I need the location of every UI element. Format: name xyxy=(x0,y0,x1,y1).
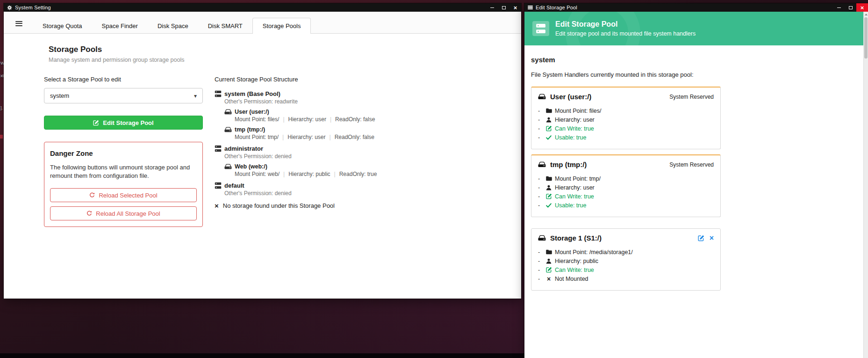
storage-detail: Mount Point: tmp/ xyxy=(235,134,279,140)
handler-row: Mount Point: files/ xyxy=(538,106,714,115)
unmount-handler-button[interactable]: × xyxy=(710,234,714,242)
handler-card-storage1: Storage 1 (S1:/) × Mount Point: /media/s… xyxy=(531,228,721,291)
check-icon xyxy=(545,203,553,208)
structure-title: Current Storage Pool Structure xyxy=(215,76,377,83)
handler-row-text: Can Write: true xyxy=(555,193,594,200)
gear-icon xyxy=(7,5,12,10)
reload-all-pool-label: Reload All Storage Pool xyxy=(96,210,160,217)
user-icon xyxy=(545,258,553,264)
danger-zone-description: The following buttons will unmount stora… xyxy=(50,163,197,180)
edit-icon xyxy=(545,193,553,199)
selected-pool-value: system xyxy=(50,92,69,99)
storage-name: User (user:/) xyxy=(235,109,269,115)
handler-card-tmp: tmp (tmp:/) System Reserved Mount Point:… xyxy=(531,154,721,217)
pool-permission: Other's Permission: denied xyxy=(224,153,377,160)
system-setting-window: System Setting × Storage Quota Space Fin… xyxy=(4,3,521,299)
danger-zone-card: Danger Zone The following buttons will u… xyxy=(44,142,203,227)
edit-handler-button[interactable] xyxy=(698,235,704,241)
tab-storage-pools[interactable]: Storage Pools xyxy=(252,18,311,34)
handler-row: Can Write: true xyxy=(538,124,714,133)
hdd-icon xyxy=(224,164,232,169)
storage-detail: Hierarchy: user xyxy=(279,116,326,123)
pool-permission: Other's Permission: readwrite xyxy=(224,98,377,105)
handler-row: Can Write: true xyxy=(538,265,714,274)
folder-icon xyxy=(545,108,553,113)
desktop-icon-text-fragment: xt xyxy=(0,73,4,78)
scrollbar[interactable] xyxy=(863,12,868,358)
handler-name: Storage 1 (S1:/) xyxy=(550,234,602,242)
reload-selected-pool-button[interactable]: Reload Selected Pool xyxy=(50,188,197,202)
minimize-button[interactable] xyxy=(486,3,498,12)
pool-name: administrator xyxy=(224,145,263,152)
handler-name: User (user:/) xyxy=(550,93,591,101)
handler-row-text: Usable: true xyxy=(555,202,586,209)
tab-storage-quota[interactable]: Storage Quota xyxy=(33,18,92,34)
edit-storage-pool-button[interactable]: Edit Storage Pool xyxy=(44,116,203,130)
close-icon: × xyxy=(514,5,517,11)
handler-row: Hierarchy: public xyxy=(538,256,714,265)
storage-pool-tree: system (Base Pool) Other's Permission: r… xyxy=(215,90,377,209)
titlebar: System Setting × xyxy=(4,3,521,12)
storage-node: tmp (tmp:/) Mount Point: tmp/Hierarchy: … xyxy=(224,126,377,140)
user-icon xyxy=(545,185,553,190)
pool-name: default xyxy=(224,182,244,189)
times-icon: × xyxy=(545,275,553,283)
storage-detail: Mount Point: files/ xyxy=(235,116,279,123)
storage-detail: ReadOnly: false xyxy=(326,116,375,123)
handler-row: Mount Point: /media/storage1/ xyxy=(538,248,714,256)
banner-subtitle: Edit storage pool and its mounted file s… xyxy=(555,30,696,37)
handler-row-text: Can Write: true xyxy=(555,267,594,273)
handler-row-text: Hierarchy: user xyxy=(555,184,595,191)
maximize-button[interactable] xyxy=(498,3,509,12)
hdd-icon xyxy=(538,94,546,100)
empty-pool-message: × No storage found under this Storage Po… xyxy=(215,202,377,209)
edit-storage-pool-label: Edit Storage Pool xyxy=(103,119,153,126)
server-icon xyxy=(215,90,222,97)
edit-icon xyxy=(545,125,553,132)
edit-body: system File System Handlers currently mo… xyxy=(524,45,868,291)
maximize-button[interactable] xyxy=(845,3,856,12)
scroll-up-arrow-icon[interactable] xyxy=(865,14,868,15)
titlebar: Edit Storage Pool × xyxy=(524,3,868,12)
hdd-icon xyxy=(538,235,546,241)
server-icon xyxy=(532,21,549,36)
storage-name: Web (web:/) xyxy=(235,163,267,170)
folder-icon xyxy=(545,176,553,181)
close-button[interactable]: × xyxy=(509,3,521,12)
hdd-icon xyxy=(224,109,232,115)
handler-row: Usable: true xyxy=(538,201,714,210)
tab-disk-space[interactable]: Disk Space xyxy=(148,18,198,34)
close-icon: × xyxy=(861,5,864,11)
storage-detail: ReadOnly: true xyxy=(330,171,377,177)
storage-pool-select[interactable]: system ▾ xyxy=(44,88,203,103)
banner-title: Edit Storage Pool xyxy=(555,20,696,29)
edit-icon xyxy=(698,235,704,241)
empty-pool-text: No storage found under this Storage Pool xyxy=(223,202,335,209)
handler-row-text: Hierarchy: user xyxy=(555,117,595,123)
window-title: Edit Storage Pool xyxy=(536,5,577,10)
close-button[interactable]: × xyxy=(856,3,868,12)
reload-selected-pool-label: Reload Selected Pool xyxy=(99,192,157,199)
handlers-description: File System Handlers currently mounted i… xyxy=(531,71,861,78)
handler-name: tmp (tmp:/) xyxy=(550,161,587,168)
page-subtitle: Manage system and permission group stora… xyxy=(49,57,521,63)
hdd-icon xyxy=(224,127,232,132)
scrollbar-thumb[interactable] xyxy=(864,17,868,58)
handler-row-text: Not Mounted xyxy=(555,276,588,282)
storage-detail: Hierarchy: public xyxy=(280,171,330,177)
desktop-icon xyxy=(0,135,3,139)
page-title: Storage Pools xyxy=(49,45,521,54)
edit-storage-pool-window: Edit Storage Pool × Edit Storage Pool Ed… xyxy=(524,3,868,358)
minimize-button[interactable] xyxy=(833,3,845,12)
system-reserved-badge: System Reserved xyxy=(669,94,714,100)
tab-space-finder[interactable]: Space Finder xyxy=(92,18,148,34)
reload-all-pool-button[interactable]: Reload All Storage Pool xyxy=(50,206,197,220)
edit-icon xyxy=(545,267,553,273)
handler-row-text: Can Write: true xyxy=(555,125,594,132)
menu-icon[interactable] xyxy=(15,20,22,27)
refresh-icon xyxy=(86,211,92,216)
hdd-icon xyxy=(538,161,546,168)
system-reserved-badge: System Reserved xyxy=(669,161,714,168)
tab-disk-smart[interactable]: Disk SMART xyxy=(198,18,252,34)
refresh-icon xyxy=(89,192,95,198)
